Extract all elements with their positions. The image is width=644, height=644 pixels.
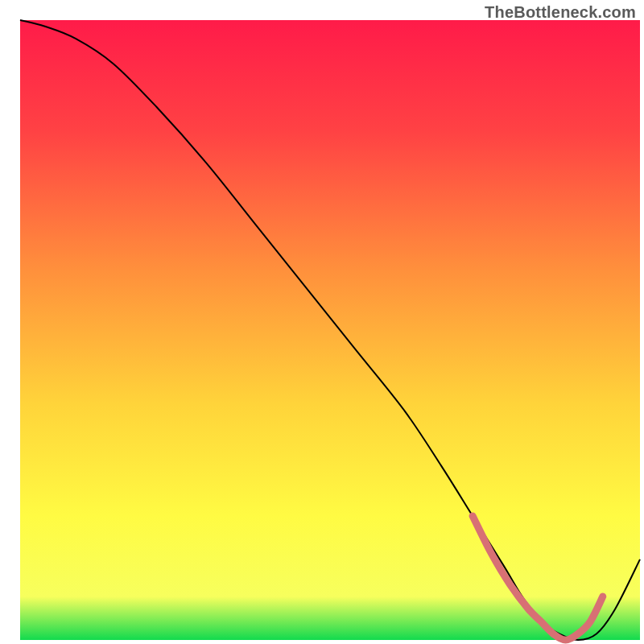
bottleneck-chart xyxy=(0,0,644,644)
chart-container: TheBottleneck.com xyxy=(0,0,644,644)
gradient-background xyxy=(20,20,640,640)
